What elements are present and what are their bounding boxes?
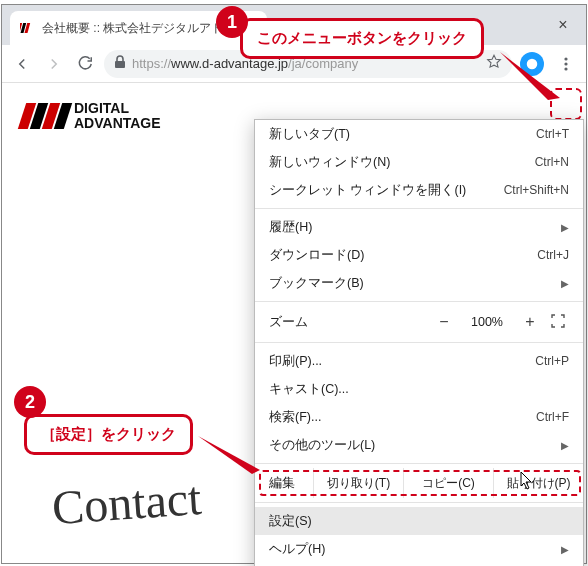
tab-title: 会社概要 :: 株式会社デジタルアドバ — [42, 20, 235, 37]
lock-icon — [114, 55, 126, 72]
window-close-button[interactable]: × — [540, 5, 586, 45]
arrow-left-icon — [13, 55, 31, 73]
edit-label: 編集 — [269, 475, 313, 492]
chevron-right-icon: ▶ — [561, 278, 569, 289]
svg-rect-3 — [115, 61, 125, 68]
menu-find[interactable]: 検索(F)...Ctrl+F — [255, 403, 583, 431]
menu-new-tab[interactable]: 新しいタブ(T)Ctrl+T — [255, 120, 583, 148]
callout-number-2: 2 — [14, 386, 46, 418]
cursor-icon — [520, 471, 536, 491]
zoom-label: ズーム — [269, 314, 308, 331]
logo-line1: DIGITAL — [74, 101, 161, 116]
zoom-value: 100% — [465, 315, 509, 329]
menu-help[interactable]: ヘルプ(H)▶ — [255, 535, 583, 563]
chevron-right-icon: ▶ — [561, 544, 569, 555]
reload-icon — [77, 55, 95, 73]
logo-bars-icon — [22, 103, 68, 129]
callout-1: このメニューボタンをクリック — [240, 18, 484, 59]
cut-button[interactable]: 切り取り(T) — [313, 468, 403, 498]
callout-1-tail — [490, 50, 580, 110]
paste-button[interactable]: 貼り付け(P) — [493, 468, 583, 498]
reload-button[interactable] — [72, 50, 100, 78]
menu-print[interactable]: 印刷(P)...Ctrl+P — [255, 347, 583, 375]
chevron-right-icon: ▶ — [561, 440, 569, 451]
menu-settings[interactable]: 設定(S) — [255, 507, 583, 535]
back-button[interactable] — [8, 50, 36, 78]
chrome-menu-dropdown: 新しいタブ(T)Ctrl+T 新しいウィンドウ(N)Ctrl+N シークレット … — [254, 119, 584, 566]
favicon-icon — [20, 20, 36, 36]
menu-bookmarks[interactable]: ブックマーク(B)▶ — [255, 269, 583, 297]
zoom-out-button[interactable]: − — [431, 313, 457, 331]
fullscreen-button[interactable] — [551, 314, 569, 331]
menu-new-window[interactable]: 新しいウィンドウ(N)Ctrl+N — [255, 148, 583, 176]
callout-2: ［設定］をクリック — [24, 414, 193, 455]
contact-script-text: Contact — [50, 470, 203, 535]
menu-history[interactable]: 履歴(H)▶ — [255, 213, 583, 241]
zoom-in-button[interactable]: + — [517, 313, 543, 331]
callout-number-1: 1 — [216, 6, 248, 38]
menu-zoom-row: ズーム − 100% + — [255, 306, 583, 338]
logo-line2: ADVANTAGE — [74, 116, 161, 131]
copy-button[interactable]: コピー(C) — [403, 468, 493, 498]
menu-incognito[interactable]: シークレット ウィンドウを開く(I)Ctrl+Shift+N — [255, 176, 583, 204]
arrow-right-icon — [45, 55, 63, 73]
forward-button[interactable] — [40, 50, 68, 78]
menu-downloads[interactable]: ダウンロード(D)Ctrl+J — [255, 241, 583, 269]
callout-2-tail — [194, 430, 274, 480]
menu-cast[interactable]: キャスト(C)... — [255, 375, 583, 403]
menu-more-tools[interactable]: その他のツール(L)▶ — [255, 431, 583, 459]
chevron-right-icon: ▶ — [561, 222, 569, 233]
